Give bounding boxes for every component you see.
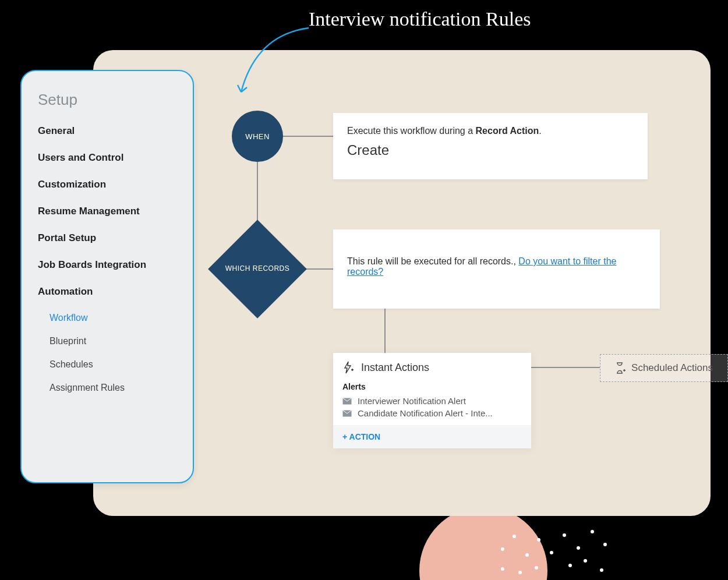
when-line1-post: .: [539, 126, 541, 136]
alert-row[interactable]: Candidate Notification Alert - Inte...: [333, 407, 531, 419]
sidebar-item-portal-setup[interactable]: Portal Setup: [38, 232, 176, 244]
sidebar-sub-schedules[interactable]: Schedules: [50, 359, 176, 370]
when-node-label: WHEN: [245, 132, 270, 141]
alert-label: Interviewer Notification Alert: [358, 396, 466, 406]
instant-actions-title: Instant Actions: [361, 362, 429, 374]
annotation-arrow-icon: [233, 23, 314, 99]
sidebar-item-automation[interactable]: Automation: [38, 286, 176, 298]
when-line1-pre: Execute this workflow during a: [347, 126, 476, 136]
add-action-button[interactable]: + ACTION: [333, 425, 531, 448]
decorative-dots: [495, 512, 629, 580]
when-card-line2: Create: [347, 142, 634, 158]
sidebar-item-general[interactable]: General: [38, 125, 176, 137]
sidebar-item-resume-management[interactable]: Resume Management: [38, 206, 176, 217]
scheduled-actions-card[interactable]: Scheduled Actions: [600, 354, 728, 382]
sidebar-item-users[interactable]: Users and Control: [38, 152, 176, 164]
sidebar-sub-assignment-rules[interactable]: Assignment Rules: [50, 383, 176, 393]
sidebar-item-job-boards[interactable]: Job Boards Integration: [38, 259, 176, 271]
sidebar-item-customization[interactable]: Customization: [38, 179, 176, 190]
sidebar-title: Setup: [38, 91, 176, 109]
mail-icon: [342, 398, 352, 405]
scheduled-actions-title: Scheduled Actions: [631, 362, 713, 374]
bolt-icon: [342, 361, 354, 374]
when-node: WHEN: [232, 111, 283, 162]
alert-label: Candidate Notification Alert - Inte...: [358, 408, 493, 418]
which-records-card[interactable]: This rule will be executed for all recor…: [333, 229, 660, 309]
which-records-label: WHICH RECORDS: [222, 234, 292, 304]
which-records-text: This rule will be executed for all recor…: [347, 256, 518, 266]
diagram-annotation: Interview notification Rules: [309, 8, 531, 30]
alert-row[interactable]: Interviewer Notification Alert: [333, 395, 531, 407]
which-records-node: WHICH RECORDS: [222, 234, 292, 304]
alerts-heading: Alerts: [333, 382, 531, 395]
setup-sidebar: Setup General Users and Control Customiz…: [20, 70, 194, 483]
when-card-line1: Execute this workflow during a Record Ac…: [347, 126, 634, 136]
sidebar-sub-blueprint[interactable]: Blueprint: [50, 336, 176, 346]
hourglass-icon: [615, 362, 625, 374]
instant-actions-card: Instant Actions Alerts Interviewer Notif…: [333, 353, 531, 448]
instant-actions-header: Instant Actions: [333, 353, 531, 382]
mail-icon: [342, 410, 352, 417]
sidebar-sub-workflow[interactable]: Workflow: [50, 313, 176, 323]
when-card[interactable]: Execute this workflow during a Record Ac…: [333, 113, 648, 179]
when-line1-bold: Record Action: [476, 126, 539, 136]
